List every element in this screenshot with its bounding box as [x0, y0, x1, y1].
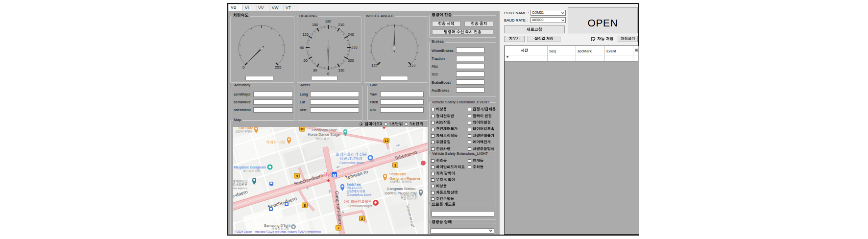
svg-text:12: 12	[385, 139, 389, 143]
svg-text:7: 7	[338, 226, 340, 230]
svg-text:1: 1	[394, 163, 397, 167]
svg-text:©2024 Google - Map data ©2024: ©2024 Google - Map data ©2024 Tele Atlas…	[235, 230, 321, 233]
svg-text:10: 10	[300, 127, 305, 131]
svg-text:2: 2	[361, 216, 363, 221]
svg-text:Cat Cafe: Cat Cafe	[239, 127, 253, 130]
svg-text:M: M	[333, 173, 337, 178]
svg-text:Megabox Gangnam: Megabox Gangnam	[234, 165, 266, 169]
svg-text:Gangnam Reserve: Gangnam Reserve	[389, 176, 420, 181]
svg-text:8: 8	[304, 203, 306, 208]
svg-text:Ophthalmologist: Ophthalmologist	[348, 204, 373, 208]
svg-text:Innisfree: Innisfree	[347, 182, 361, 187]
svg-text:urance agency: urance agency	[233, 187, 247, 190]
svg-text:Horse Dance Stage: Horse Dance Stage	[308, 132, 339, 137]
svg-text:Samsung D'light: Samsung D'light	[264, 223, 291, 228]
svg-text:Central Prugeo City: Central Prugeo City	[385, 191, 417, 195]
svg-text:Cosmetics store: Cosmetics store	[339, 161, 364, 165]
svg-text:Gangnam Style: Gangnam Style	[312, 128, 337, 132]
svg-text:9: 9	[296, 174, 298, 178]
svg-text:Cosmetics store: Cosmetics store	[347, 193, 371, 196]
